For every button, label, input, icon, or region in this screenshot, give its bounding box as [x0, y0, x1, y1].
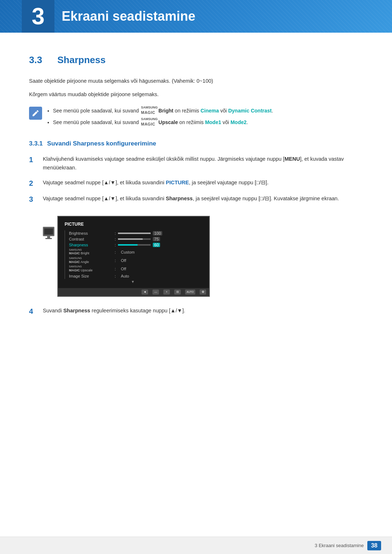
steps-list-2: 4 Suvandi Sharpness reguleerimiseks kasu…: [29, 306, 363, 316]
brand-magic-text: MAGIC: [141, 109, 158, 116]
magic-angle-label: SAMSUNG MAGIC Angle: [69, 257, 113, 264]
subsection-heading: 3.3.1 Suvandi Sharpness konfigureerimine: [29, 140, 363, 147]
contrast-value: 75: [153, 237, 160, 241]
magic-angle-value: Off: [121, 258, 126, 263]
screen-inner: PICTURE Brightness : 100 Con: [58, 217, 209, 288]
step-text-4: Suvandi Sharpness reguleerimiseks kasuta…: [43, 306, 185, 315]
step-4: 4 Suvandi Sharpness reguleerimiseks kasu…: [29, 306, 363, 316]
contrast-slider: [118, 238, 151, 240]
menu-divider: [65, 236, 65, 242]
contrast-label: Contrast: [69, 237, 113, 241]
image-size-label: Image Size: [69, 274, 113, 278]
cinema-label: Cinema: [200, 108, 219, 114]
step-3: 3 Vajutage seadmel nuppe [▲/▼], et liiku…: [29, 194, 363, 204]
main-content: 3.3 Sharpness Saate objektide piirjoone …: [0, 33, 392, 351]
magic-upscale-label: SAMSUNG MAGIC Upscale: [69, 265, 113, 272]
icon-enter: ⊟: [174, 290, 181, 295]
menu-divider: [65, 248, 65, 256]
dynamic-contrast-label: Dynamic Contrast: [228, 108, 272, 114]
step-text-1: Klahvijuhendi kuvamiseks vajutage seadme…: [43, 155, 363, 172]
menu-divider: [65, 264, 65, 273]
icon-plus: +: [163, 290, 170, 295]
menu-row-magic-bright: SAMSUNG MAGIC Bright : Custom: [62, 248, 204, 256]
menu-row-sharpness: Sharpness : 60: [62, 242, 204, 248]
step-2: 2 Vajutage seadmel nuppe [▲/▼], et liiku…: [29, 178, 363, 188]
step-text-2: Vajutage seadmel nuppe [▲/▼], et liikuda…: [43, 178, 269, 187]
subsection-number: 3.3.1: [29, 140, 43, 147]
pencil-icon: [32, 109, 40, 117]
section-number: 3.3: [29, 54, 51, 66]
section-title: Sharpness: [57, 54, 106, 66]
body-text-2: Kõrgem väärtus muudab objektide piirjoon…: [29, 90, 363, 99]
menu-divider: [65, 256, 65, 264]
subsection-title: Suvandi Sharpness konfigureerimine: [47, 140, 156, 147]
mode1-label: Mode1: [205, 119, 221, 125]
note-content: See menüü pole saadaval, kui suvand SAMS…: [46, 106, 273, 129]
step-num-1: 1: [29, 155, 39, 165]
chapter-number: 3: [22, 0, 54, 33]
sharpness-value: 60: [153, 243, 160, 247]
note-icon: [29, 107, 42, 120]
brightness-label: Brightness: [69, 231, 113, 235]
sharpness-label: Sharpness: [69, 243, 113, 247]
step-num-2: 2: [29, 178, 39, 188]
menu-row-contrast: Contrast : 75: [62, 236, 204, 242]
footer-page-number: 38: [367, 541, 381, 550]
menu-row-magic-upscale: SAMSUNG MAGIC Upscale : Off: [62, 264, 204, 273]
icon-auto: AUTO: [185, 290, 195, 295]
icon-minus: —: [152, 290, 159, 295]
body-text-1: Saate objektide piirjoone muuta selgemak…: [29, 77, 363, 86]
image-size-value: Auto: [121, 274, 129, 278]
section-heading: 3.3 Sharpness: [29, 54, 363, 66]
brightness-value: 100: [153, 231, 162, 235]
sharpness-slider: [118, 244, 151, 246]
steps-list: 1 Klahvijuhendi kuvamiseks vajutage sead…: [29, 155, 363, 204]
magic-bright-value: Custom: [121, 250, 135, 254]
page-header: 3 Ekraani seadistamine: [0, 0, 392, 33]
screen-container: PICTURE Brightness : 100 Con: [57, 216, 210, 297]
note-box: See menüü pole saadaval, kui suvand SAMS…: [29, 106, 363, 129]
brightness-slider: [118, 233, 151, 234]
monitor-screenshot: PICTURE Brightness : 100 Con: [43, 216, 210, 297]
footer-section-label: 3 Ekraani seadistamine: [315, 543, 364, 548]
magic-bright-label: SAMSUNG MAGIC Bright: [69, 249, 113, 255]
brand-samsung-text2: SAMSUNG: [141, 118, 158, 121]
bright-label: Bright: [159, 108, 173, 114]
step-num-4: 4: [29, 306, 39, 316]
brand-samsung-text: SAMSUNG: [141, 106, 158, 109]
menu-title: PICTURE: [62, 220, 204, 228]
brand-magic-text2: MAGIC: [141, 121, 158, 128]
magic-upscale-value: Off: [121, 267, 126, 271]
step-num-3: 3: [29, 194, 39, 204]
upscale-label: Upscale: [159, 119, 178, 125]
step-1: 1 Klahvijuhendi kuvamiseks vajutage sead…: [29, 155, 363, 172]
menu-divider: [65, 273, 65, 279]
chapter-title: Ekraani seadistamine: [62, 9, 195, 24]
icon-left: ◄: [142, 290, 148, 295]
brand-bright-inline: SAMSUNG MAGIC: [141, 106, 158, 116]
menu-divider: [65, 242, 65, 248]
brand-upscale-inline: SAMSUNG MAGIC: [141, 118, 158, 128]
menu-divider: [65, 230, 65, 236]
step-text-3: Vajutage seadmel nuppe [▲/▼], et liikuda…: [43, 194, 339, 203]
mode2-label: Mode2: [230, 119, 246, 125]
menu-row-brightness: Brightness : 100: [62, 230, 204, 236]
screen-bottom-bar: ◄ — + ⊟ AUTO ✿: [58, 288, 209, 296]
menu-row-magic-angle: SAMSUNG MAGIC Angle : Off: [62, 256, 204, 264]
page-footer: 3 Ekraani seadistamine 38: [0, 537, 392, 554]
menu-row-image-size: Image Size : Auto: [62, 273, 204, 279]
icon-power: ✿: [200, 290, 206, 295]
